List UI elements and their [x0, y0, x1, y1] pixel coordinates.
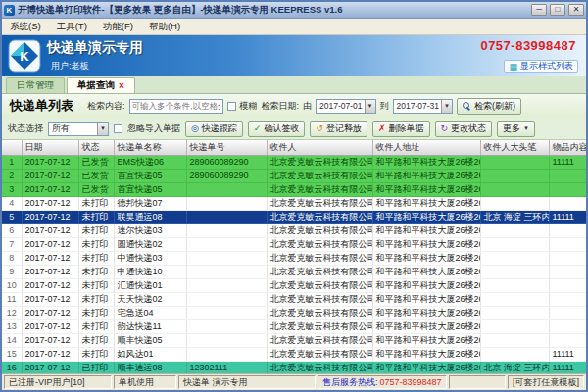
tabstrip: 日常管理 单据查询 × [2, 76, 586, 94]
table-row[interactable]: 162017-07-12已打印顺丰速运0812302111北京爱克敏云科技有限公… [2, 361, 586, 374]
search-input[interactable] [129, 99, 223, 114]
tab-order-query[interactable]: 单据查询 × [67, 77, 135, 93]
release-button[interactable]: ↺ 登记释放 [310, 121, 368, 137]
cell-goods [549, 169, 586, 182]
column-header[interactable]: 收件人地址 [372, 140, 480, 155]
table-row[interactable]: 82017-07-12未打印中通快递03北京爱克敏云科技有限公司,张平凡,|13… [2, 251, 586, 265]
cell-receiver: 北京爱克敏云科技有限公司,张平凡,|139 [267, 223, 372, 237]
cell-mark [480, 237, 549, 251]
menu-system[interactable]: 系统(S) [2, 20, 49, 34]
column-header[interactable]: 快递单号 [186, 140, 267, 155]
column-header[interactable]: 状态 [78, 140, 114, 155]
fuzzy-checkbox[interactable] [227, 102, 236, 111]
style-list-link[interactable]: ▦ 显示样式列表 [504, 60, 578, 73]
status-select[interactable]: 所有 ▼ [48, 122, 109, 136]
column-header[interactable]: 快递单名称 [114, 140, 186, 155]
minimize-button[interactable]: ─ [531, 4, 547, 16]
search-refresh-button[interactable]: 检索(刷新) [457, 98, 521, 115]
cell-no [186, 210, 267, 223]
cell-no [186, 223, 267, 237]
cell-name: 汇通快递01 [114, 278, 186, 292]
maximize-button[interactable]: □ [550, 4, 565, 16]
date-to-field[interactable]: 2017-07-31 ▼ [393, 99, 453, 114]
ignore-imported-checkbox[interactable] [114, 124, 122, 133]
chevron-down-icon[interactable]: ▼ [97, 122, 108, 135]
cell-address: 和平路和平科技大厦26楼2608 [372, 210, 480, 223]
search-button-label: 检索(刷新) [474, 100, 515, 113]
tracking-icon: ◎ [191, 124, 199, 133]
cell-num: 11 [2, 292, 22, 306]
cell-mark [480, 223, 549, 237]
menu-functions[interactable]: 功能(F) [95, 20, 141, 34]
cell-status: 未打印 [78, 237, 114, 251]
table-row[interactable]: 132017-07-12未打印韵达快递11北京爱克敏云科技有限公司,张平凡,|1… [2, 319, 586, 333]
cell-address: 和平路和平科技大厦26楼2608 [372, 237, 480, 251]
table-row[interactable]: 22017-07-12已发货首宜快递05289060089290北京爱克敏云科技… [2, 169, 586, 182]
close-button[interactable]: ✕ [568, 4, 584, 16]
brand-logo-icon: K [8, 39, 41, 76]
date-from-label: 由 [303, 100, 312, 113]
cell-receiver: 北京爱克敏云科技有限公司,张平凡,|139 [267, 306, 372, 319]
table-row[interactable]: 152017-07-12未打印如风达01北京爱克敏云科技有限公司,张平凡,|13… [2, 347, 586, 361]
cell-num: 16 [2, 361, 22, 374]
column-header[interactable]: 日期 [22, 140, 78, 155]
table-row[interactable]: 72017-07-12未打印圆通快递02北京爱克敏云科技有限公司,张平凡,|13… [2, 237, 586, 251]
column-header[interactable]: 收件人 [267, 140, 372, 155]
cell-date: 2017-07-12 [22, 292, 78, 306]
cell-no: 289060089290 [186, 169, 267, 182]
table-row[interactable]: 62017-07-12未打印速尔快递03北京爱克敏云科技有限公司,张平凡,|13… [2, 223, 586, 237]
more-button[interactable]: 更多 ▼ [497, 121, 535, 137]
column-header[interactable] [2, 140, 22, 155]
chevron-down-icon[interactable]: ▼ [441, 100, 452, 113]
tab-close-icon[interactable]: × [119, 82, 124, 90]
cell-num: 12 [2, 306, 22, 319]
table-row[interactable]: 52017-07-12未打印联昊通运08北京爱克敏云科技有限公司,张平凡,|13… [2, 210, 586, 223]
cell-mark: 北京 海淀 三环内 [480, 210, 549, 223]
cell-name: 顺丰速运08 [114, 361, 186, 374]
cell-date: 2017-07-12 [22, 169, 78, 182]
release-icon: ↺ [316, 124, 323, 133]
delete-order-button[interactable]: ✗ 删除单据 [372, 121, 430, 137]
cell-status: 未打印 [78, 265, 114, 278]
menu-help[interactable]: 帮助(H) [141, 20, 188, 34]
table-row[interactable]: 12017-07-12已发货EMS快递06289060089290北京爱克敏云科… [2, 155, 586, 169]
cell-name: 德邦快递07 [114, 196, 186, 210]
cell-address: 和平路和平科技大厦26楼2608 [372, 251, 480, 265]
cell-date: 2017-07-12 [22, 196, 78, 210]
svg-text:K: K [20, 49, 29, 64]
column-header[interactable]: 物品内容 [549, 140, 586, 155]
date-from-field[interactable]: 2017-07-01 ▼ [316, 99, 375, 114]
chevron-down-icon[interactable]: ▼ [365, 100, 375, 113]
cell-goods [549, 292, 586, 306]
table-row[interactable]: 92017-07-12未打印申通快递10北京爱克敏云科技有限公司,张平凡,|13… [2, 265, 586, 278]
button-label: 更多 [503, 122, 520, 135]
page-title: 快递单列表 [10, 97, 74, 115]
cell-goods: 11111 [549, 347, 586, 361]
table-row[interactable]: 42017-07-12未打印德邦快递07北京爱克敏云科技有限公司,张平凡,|13… [2, 196, 586, 210]
tab-daily-management[interactable]: 日常管理 [6, 77, 65, 93]
cell-num: 1 [2, 155, 22, 169]
change-status-button[interactable]: ↻ 更改状态 [435, 121, 493, 137]
table-row[interactable]: 32017-07-12已发货首宜快递05北京爱克敏云科技有限公司,张平凡,|13… [2, 182, 586, 196]
cell-mark [480, 169, 549, 182]
titlebar: K 开博快递单打印软件-【更多效果 更多自由】-快递单演示专用 KEEPRESS… [2, 2, 586, 19]
app-window: K 开博快递单打印软件-【更多效果 更多自由】-快递单演示专用 KEEPRESS… [0, 0, 588, 392]
banner: K 快递单演示专用 用户:老板 0757-83998487 ▦ 显示样式列表 [2, 35, 586, 76]
cell-receiver: 北京爱克敏云科技有限公司,张平凡,|139 [267, 182, 372, 196]
check-icon: ✓ [254, 124, 262, 133]
delete-icon: ✗ [378, 124, 386, 133]
confirm-receipt-button[interactable]: ✓ 确认签收 [248, 121, 306, 137]
cell-receiver: 北京爱克敏云科技有限公司,张平凡,|139 [267, 169, 372, 182]
table-row[interactable]: 122017-07-12未打印宅急送04北京爱克敏云科技有限公司,张平凡,|13… [2, 306, 586, 319]
statusbar-spacer [449, 375, 506, 389]
table-row[interactable]: 112017-07-12未打印天天快递02北京爱克敏云科技有限公司,张平凡,|1… [2, 292, 586, 306]
cell-mark [480, 182, 549, 196]
table-row[interactable]: 142017-07-12未打印顺丰快递05北京爱克敏云科技有限公司,张平凡,|0… [2, 333, 586, 347]
table-row[interactable]: 102017-07-12未打印汇通快递01北京爱克敏云科技有限公司,张平凡,|1… [2, 278, 586, 292]
column-header[interactable]: 收件人大头笔 [480, 140, 549, 155]
menu-tools[interactable]: 工具(T) [49, 20, 95, 34]
cell-date: 2017-07-12 [22, 306, 78, 319]
cell-num: 8 [2, 251, 22, 265]
cell-no [186, 251, 267, 265]
track-express-button[interactable]: ◎ 快递跟踪 [185, 121, 243, 137]
